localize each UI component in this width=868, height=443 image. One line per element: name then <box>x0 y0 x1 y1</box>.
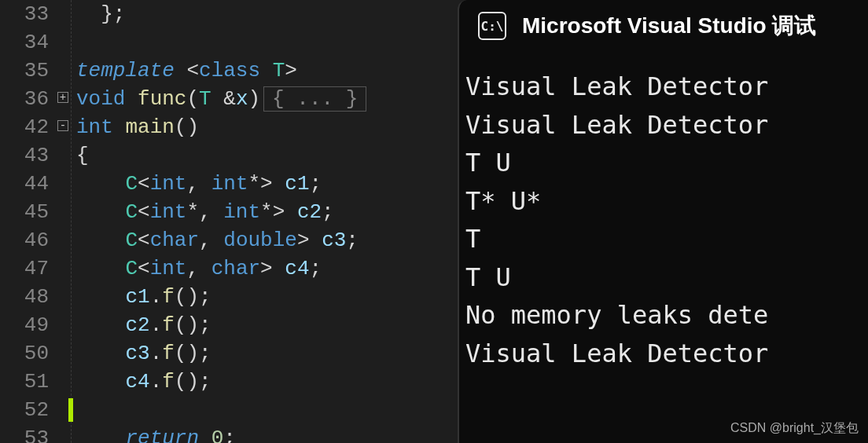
line-number: 47 <box>0 254 49 283</box>
line-number: 51 <box>0 368 49 396</box>
code-line[interactable]: C<int, char> c4; <box>76 254 456 283</box>
watermark: CSDN @bright_汉堡包 <box>730 420 859 437</box>
line-number: 52 <box>0 396 49 424</box>
fold-toggle[interactable]: + <box>55 85 71 113</box>
line-number: 48 <box>0 283 49 311</box>
app-container: 33343536424344454647484950515253 +- };te… <box>0 0 868 443</box>
console-output-line: T U <box>465 144 862 182</box>
console-output-line: T <box>465 220 862 258</box>
line-number: 36 <box>0 85 49 113</box>
code-line[interactable]: C<char, double> c3; <box>76 226 456 254</box>
debug-console-window: C:\ Microsoft Visual Studio 调试 Visual Le… <box>458 0 868 443</box>
code-line[interactable]: c2.f(); <box>76 311 456 339</box>
code-area[interactable]: };template <class T>void func(T &x){ ...… <box>71 0 456 443</box>
fold-toggle <box>55 368 71 396</box>
fold-toggle <box>55 226 71 254</box>
console-output[interactable]: Visual Leak DetectorVisual Leak Detector… <box>459 52 868 379</box>
console-icon-text: C:\ <box>481 19 504 34</box>
line-number: 44 <box>0 170 49 198</box>
console-title: Microsoft Visual Studio 调试 <box>522 11 816 41</box>
fold-toggle <box>55 57 71 85</box>
console-output-line: Visual Leak Detector <box>465 106 862 145</box>
fold-toggle <box>55 170 71 198</box>
console-icon: C:\ <box>478 12 506 40</box>
fold-toggle <box>55 283 71 311</box>
console-titlebar[interactable]: C:\ Microsoft Visual Studio 调试 <box>459 0 868 52</box>
line-number: 46 <box>0 226 49 254</box>
line-number: 43 <box>0 141 49 170</box>
fold-column[interactable]: +- <box>55 0 71 443</box>
expand-icon[interactable]: + <box>57 92 68 103</box>
console-output-line: T* U* <box>465 182 862 221</box>
line-number: 42 <box>0 113 49 141</box>
code-line[interactable] <box>76 28 456 57</box>
fold-toggle <box>55 28 71 57</box>
line-number: 53 <box>0 424 49 443</box>
line-number: 45 <box>0 198 49 226</box>
code-editor[interactable]: 33343536424344454647484950515253 +- };te… <box>0 0 456 443</box>
code-line[interactable]: C<int*, int*> c2; <box>76 198 456 226</box>
code-line[interactable]: C<int, int*> c1; <box>76 170 456 198</box>
line-number: 50 <box>0 339 49 368</box>
line-number: 35 <box>0 57 49 85</box>
code-line[interactable]: void func(T &x){ ... } <box>76 85 456 113</box>
code-line[interactable]: c1.f(); <box>76 283 456 311</box>
console-output-line: T U <box>465 258 862 297</box>
code-line[interactable]: { <box>76 141 456 170</box>
code-line[interactable] <box>76 396 456 424</box>
fold-toggle <box>55 141 71 170</box>
line-number: 33 <box>0 0 49 28</box>
console-output-line: Visual Leak Detector <box>465 335 862 373</box>
fold-toggle[interactable]: - <box>55 113 71 141</box>
fold-toggle <box>55 311 71 339</box>
fold-toggle <box>55 0 71 28</box>
code-line[interactable]: c4.f(); <box>76 368 456 396</box>
console-output-line: No memory leaks dete <box>465 296 862 335</box>
fold-toggle <box>55 198 71 226</box>
code-line[interactable]: c3.f(); <box>76 339 456 368</box>
code-line[interactable]: return 0; <box>76 424 456 443</box>
line-number: 49 <box>0 311 49 339</box>
fold-toggle <box>55 339 71 368</box>
code-line[interactable]: }; <box>76 0 456 28</box>
fold-toggle <box>55 254 71 283</box>
line-number: 34 <box>0 28 49 57</box>
collapse-icon[interactable]: - <box>57 120 68 131</box>
code-line[interactable]: int main() <box>76 113 456 141</box>
console-output-line: Visual Leak Detector <box>465 68 862 106</box>
line-number-gutter: 33343536424344454647484950515253 <box>0 0 55 443</box>
code-line[interactable]: template <class T> <box>76 57 456 85</box>
fold-toggle <box>55 424 71 443</box>
